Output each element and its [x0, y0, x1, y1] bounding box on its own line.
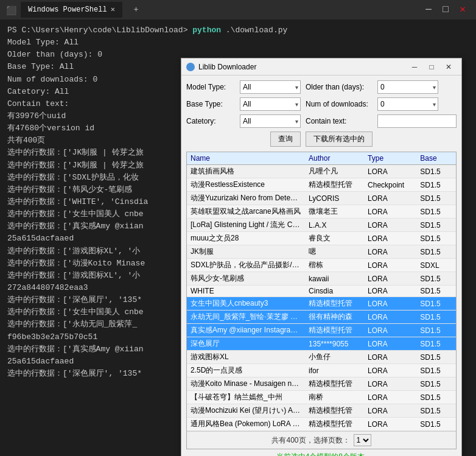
older-than-select-wrapper[interactable]: 0 [377, 80, 438, 94]
base-type-select[interactable]: All [240, 97, 301, 111]
cell-base: SD1.5 [416, 165, 456, 178]
powershell-icon: ⬛ [6, 5, 16, 15]
cell-base: SD1.5 [416, 219, 456, 232]
dialog-maximize-button[interactable]: □ [424, 61, 439, 72]
cell-name: 永劫无间_殷紫萍_智绘·茉芝廖 Naraka: [187, 310, 305, 324]
col-header-base: Base [416, 152, 456, 165]
data-table: Name Author Type Base 建筑插画风格凡哩个凡LORASD1.… [187, 152, 456, 431]
cell-type: LORA [364, 205, 416, 219]
download-button[interactable]: 下载所有选中的 [306, 132, 373, 147]
catetory-select-wrapper[interactable]: All [240, 114, 301, 128]
terminal-line-0: PS C:\Users\Henry\code\LiblibDownload> p… [7, 24, 469, 37]
table-row[interactable]: 【斗破苍穹】纳兰嫣然_中州南桥LORASD1.5 [187, 391, 456, 404]
table-row[interactable]: 永劫无间_殷紫萍_智绘·茉芝廖 Naraka:很有精神的森LORASD1.5 [187, 310, 456, 324]
cell-name: 游戏图标XL [187, 351, 305, 364]
cell-author: LyCORIS [305, 192, 364, 205]
model-type-select[interactable]: All [240, 80, 301, 94]
tab-close-icon[interactable]: ✕ [111, 4, 115, 15]
catetory-select[interactable]: All [240, 114, 301, 128]
col-header-name: Name [187, 152, 305, 165]
table-row[interactable]: 建筑插画风格凡哩个凡LORASD1.5 [187, 165, 456, 178]
table-row[interactable]: 英雄联盟双城之战arcane风格画风微壤老王LORASD1.5 [187, 205, 456, 219]
dialog-minimize-button[interactable]: ─ [407, 61, 422, 72]
table-row[interactable]: 2.5D的一点灵感iforLORASD1.5 [187, 364, 456, 377]
num-downloads-select[interactable]: 0 [377, 97, 438, 111]
cell-name: 通用风格Bea (Pokemon) LoRA [8 MB] [187, 418, 305, 431]
terminal-tab[interactable]: Windows PowerShell ✕ [21, 2, 122, 18]
table-row[interactable]: muuu之文员28睿良文LORASD1.5 [187, 232, 456, 245]
cell-type: LORA [364, 337, 416, 351]
contain-text-input[interactable] [377, 114, 457, 128]
cell-name: 女生中国美人cnbeauty3 [187, 297, 305, 310]
tab-add-button[interactable]: ＋ [127, 1, 145, 18]
cell-type: LORA [364, 391, 416, 404]
filter-row-2: Base Type: All Num of downloads: 0 [186, 97, 457, 111]
filter-row-1: Model Type: All Older than (days): 0 [186, 80, 457, 94]
cell-type: Checkpoint [364, 178, 416, 192]
table-row[interactable]: WHITECinsdiaLORASD1.5 [187, 286, 456, 297]
cell-name: 真实感Amy @xiianger Instagram - Re [187, 324, 305, 337]
dialog-close-button[interactable]: ✕ [441, 61, 457, 72]
table-row[interactable]: 动漫Koito Minase - Musaigen no Phe精选模型托管LO… [187, 377, 456, 391]
cell-type: LORA [364, 377, 416, 391]
table-row[interactable]: 动漫Mochizuki Kei (望月けい) Art Styli精选模型托管LO… [187, 404, 456, 418]
num-downloads-select-wrapper[interactable]: 0 [377, 97, 438, 111]
table-row[interactable]: 动漫Yuzurizaki Nero from Detective CLyCORI… [187, 192, 456, 205]
cell-name: [LoRa] Glistening Light / 流光 Conce [187, 219, 305, 232]
cell-type: LORA [364, 259, 416, 272]
cell-author: 精选模型托管 [305, 404, 364, 418]
table-row[interactable]: [LoRa] Glistening Light / 流光 ConceL.A.XL… [187, 219, 456, 232]
minimize-button[interactable]: ─ [421, 2, 436, 17]
table-row[interactable]: 韩风少女-笔刷感kawaiiLORASD1.5 [187, 272, 456, 286]
cell-name: 韩风少女-笔刷感 [187, 272, 305, 286]
cell-name: 动漫Yuzurizaki Nero from Detective C [187, 192, 305, 205]
cell-type: LORA [364, 232, 416, 245]
cell-author: Cinsdia [305, 286, 364, 297]
cell-author: 微壤老王 [305, 205, 364, 219]
table-row[interactable]: JK制服嗯LORASD1.5 [187, 245, 456, 259]
cell-type: LORA [364, 165, 416, 178]
cell-type: LORA [364, 245, 416, 259]
table-row[interactable]: 游戏图标XL小鱼仔LORASD1.5 [187, 351, 456, 364]
cell-type: LORA [364, 351, 416, 364]
cell-base: SD1.5 [416, 364, 456, 377]
cell-author: 楷栋 [305, 259, 364, 272]
older-than-select[interactable]: 0 [377, 80, 438, 94]
cell-name: 英雄联盟双城之战arcane风格画风 [187, 205, 305, 219]
cell-name: 【斗破苍穹】纳兰嫣然_中州 [187, 391, 305, 404]
maximize-button[interactable]: □ [438, 2, 453, 17]
table-row[interactable]: 真实感Amy @xiianger Instagram - Re精选模型托管LOR… [187, 324, 456, 337]
cell-author: L.A.X [305, 219, 364, 232]
cell-name: JK制服 [187, 245, 305, 259]
pagination-row: 共有400页，选择页数： 1 [187, 431, 456, 449]
query-button[interactable]: 查询 [270, 132, 301, 147]
terminal-tab-label: Windows PowerShell [28, 4, 107, 15]
cell-name: 2.5D的一点灵感 [187, 364, 305, 377]
table-row[interactable]: 通用风格Bea (Pokemon) LoRA [8 MB]精选模型托管LORAS… [187, 418, 456, 431]
cell-type: LORA [364, 286, 416, 297]
table-row[interactable]: SDXL护肤品，化妆品产品摄影/场景图/E楷栋LORASDXL [187, 259, 456, 272]
num-downloads-label: Num of downloads: [306, 100, 373, 108]
cell-base: SD1.5 [416, 192, 456, 205]
data-table-wrapper: Name Author Type Base 建筑插画风格凡哩个凡LORASD1.… [186, 152, 457, 449]
table-row[interactable]: 女生中国美人cnbeauty3精选模型托管LORASD1.5 [187, 297, 456, 310]
cell-author: 睿良文 [305, 232, 364, 245]
cell-name: SDXL护肤品，化妆品产品摄影/场景图/E [187, 259, 305, 272]
cell-base: SD1.5 [416, 297, 456, 310]
terminal-controls: ─ □ ✕ [421, 2, 470, 17]
cell-name: 动漫Mochizuki Kei (望月けい) Art Styli [187, 404, 305, 418]
cell-author: 精选模型托管 [305, 324, 364, 337]
cell-type: LORA [364, 324, 416, 337]
cell-author: 精选模型托管 [305, 377, 364, 391]
table-row[interactable]: 深色展厅135****9055LORASD1.5 [187, 337, 456, 351]
base-type-select-wrapper[interactable]: All [240, 97, 301, 111]
model-type-label: Model Type: [186, 83, 235, 91]
pagination-select[interactable]: 1 [354, 434, 371, 446]
close-button[interactable]: ✕ [455, 2, 470, 17]
table-row[interactable]: 动漫RestlessExistence精选模型托管CheckpointSD1.5 [187, 178, 456, 192]
cell-base: SD1.5 [416, 178, 456, 192]
cell-author: 精选模型托管 [305, 418, 364, 431]
cell-base: SD1.5 [416, 418, 456, 431]
cell-base: SD1.5 [416, 245, 456, 259]
model-type-select-wrapper[interactable]: All [240, 80, 301, 94]
